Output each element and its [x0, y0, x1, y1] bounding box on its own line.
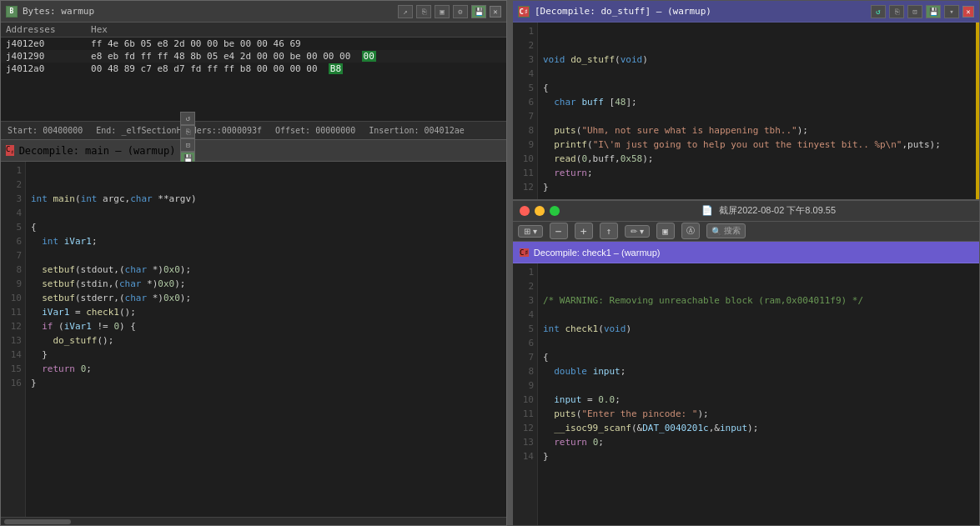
status-end: End: _elfSectionHeaders::0000093f — [96, 126, 262, 135]
macos-toolbar-row: ⊞ ▾ − + ↑ ✏ ▾ ▣ Ⓐ 🔍 搜索 — [513, 222, 979, 241]
code-line-5: int iVar1; — [31, 236, 98, 247]
line-numbers-dostuff: 1 2 3 4 5 6 7 8 9 10 11 12 — [513, 23, 538, 199]
decompile-check1-title-bar: C♯ Decompile: check1 – (warmup) — [513, 242, 979, 263]
bytes-panel: Addresses Hex j4012e0 ff 4e 6b 05 e8 2d … — [1, 23, 506, 139]
bytes-table: Addresses Hex j4012e0 ff 4e 6b 05 e8 2d … — [1, 23, 506, 75]
ds-line-10: return; — [543, 168, 593, 178]
code-line-10: iVar1 = check1(); — [31, 307, 136, 318]
bytes-title: Bytes: warmup — [23, 6, 393, 17]
decompile-copy-btn[interactable]: ⎘ — [180, 125, 195, 138]
zoom-out-btn[interactable]: − — [550, 223, 568, 239]
ds-line-5: char buff [48]; — [543, 97, 637, 108]
code-line-8: setbuf(stdin,(char *)0x0); — [31, 278, 185, 289]
macos-maximize-btn[interactable] — [550, 206, 560, 216]
save-btn[interactable]: ▣ — [656, 223, 675, 239]
decompile-main-title: Decompile: main – (warmup) — [19, 145, 176, 157]
c1-line-14 — [543, 465, 549, 476]
decompile-dostuff-toolbar: ↺ ⎘ ⊡ 💾 ▾ ✕ — [871, 5, 974, 18]
col-hex: Hex — [86, 23, 506, 38]
dostuff-arrow-btn[interactable]: ▾ — [944, 5, 959, 18]
code-line-15: } — [31, 378, 37, 388]
c1-line-12: return 0; — [543, 437, 604, 448]
c1-line-6: { — [543, 352, 549, 363]
ds-line-6 — [543, 111, 549, 122]
hex-cell: ff 4e 6b 05 e8 2d 00 00 be 00 00 46 69 — [86, 38, 506, 51]
dostuff-copy-btn[interactable]: ⎘ — [889, 5, 904, 18]
code-line-4: { — [31, 222, 37, 233]
addr-cell: j4012a0 — [1, 63, 86, 75]
decompile-dostuff-title-bar: C♯ [Decompile: do_stuff] – (warmup) ↺ ⎘ … — [513, 1, 979, 23]
status-insertion: Insertion: 004012ae — [369, 126, 464, 135]
bytes-toolbar: ↗ ⎘ ▣ ⚙ 💾 ✕ — [398, 5, 501, 18]
share-btn[interactable]: ↑ — [600, 223, 618, 239]
bytes-save-btn[interactable]: ▣ — [435, 5, 450, 18]
table-row[interactable]: j4012e0 ff 4e 6b 05 e8 2d 00 00 be 00 00… — [1, 38, 506, 51]
ds-line-4: { — [543, 83, 549, 93]
view-mode-btn[interactable]: ⊞ ▾ — [518, 225, 543, 238]
code-line-3 — [31, 208, 37, 218]
highlight-bar — [976, 23, 979, 199]
code-line-1 — [31, 179, 37, 190]
decompile-check1-title: Decompile: check1 – (warmup) — [534, 248, 661, 258]
decompile-check1-panel: C♯ Decompile: check1 – (warmup) 1 2 3 4 … — [512, 242, 980, 526]
c1-line-9: input = 0.0; — [543, 394, 621, 405]
ds-line-8: printf("I\'m just going to help you out … — [543, 139, 941, 150]
decompile-dostuff-icon: C♯ — [518, 6, 530, 18]
dostuff-save-btn[interactable]: 💾 — [926, 5, 941, 18]
c1-line-2: /* WARNING: Removing unreachable block (… — [543, 295, 863, 306]
code-line-9: setbuf(stderr,(char *)0x0); — [31, 293, 191, 303]
line-numbers-main: 1 2 3 4 5 6 7 8 9 10 11 12 13 14 15 16 — [1, 162, 26, 517]
dostuff-screen-btn[interactable]: ⊡ — [907, 5, 922, 18]
code-line-6 — [31, 250, 37, 261]
table-row[interactable]: j4012a0 00 48 89 c7 e8 d7 fd ff ff b8 00… — [1, 63, 506, 75]
c1-line-8 — [543, 380, 549, 391]
decompile-dostuff-code[interactable]: void do_stuff(void) { char buff [48]; pu… — [538, 23, 976, 199]
bytes-export-btn[interactable]: ↗ — [398, 5, 413, 18]
decompile-main-panel: C♯ Decompile: main – (warmup) ↺ ⎘ ⊡ 💾 ▾ … — [1, 139, 506, 517]
code-line-14: return 0; — [31, 363, 92, 374]
macos-minimize-btn[interactable] — [535, 206, 545, 216]
hex-cell: e8 eb fd ff ff 48 8b 05 e4 2d 00 00 be 0… — [86, 50, 506, 63]
c1-line-1 — [543, 281, 549, 292]
c1-line-7: double input; — [543, 366, 626, 377]
left-panel: B Bytes: warmup ↗ ⎘ ▣ ⚙ 💾 ✕ Addresses He… — [0, 0, 507, 526]
table-row[interactable]: j401290 e8 eb fd ff ff 48 8b 05 e4 2d 00… — [1, 50, 506, 63]
bytes-copy-btn[interactable]: ⎘ — [416, 5, 431, 18]
code-line-7: setbuf(stdout,(char *)0x0); — [31, 264, 191, 275]
dostuff-close-btn[interactable]: ✕ — [962, 6, 974, 18]
decompile-refresh-btn[interactable]: ↺ — [180, 112, 195, 125]
ds-line-3 — [543, 68, 549, 79]
c1-line-10: puts("Enter the pincode: "); — [543, 408, 709, 419]
bytes-floppy-btn[interactable]: 💾 — [471, 5, 486, 18]
decompile-dostuff-code-area: 1 2 3 4 5 6 7 8 9 10 11 12 void do_stuff… — [513, 23, 979, 199]
bytes-close-btn[interactable]: ✕ — [490, 6, 501, 18]
status-start: Start: 00400000 — [8, 126, 83, 135]
decompile-check1-code[interactable]: /* WARNING: Removing unreachable block (… — [538, 263, 979, 525]
bytes-icon: B — [6, 6, 18, 18]
decompile-dostuff-title: [Decompile: do_stuff] – (warmup) — [535, 6, 866, 17]
zoom-in-btn[interactable]: + — [575, 223, 593, 239]
c1-line-3 — [543, 309, 549, 320]
ds-line-9: read(0,buff,0x58); — [543, 153, 654, 164]
code-line-13: } — [31, 349, 48, 360]
circle-a-btn[interactable]: Ⓐ — [681, 223, 700, 239]
macos-close-btn[interactable] — [520, 206, 530, 216]
decompile-main-icon: C♯ — [6, 145, 14, 156]
decompile-main-title-bar: C♯ Decompile: main – (warmup) ↺ ⎘ ⊡ 💾 ▾ … — [1, 140, 506, 162]
decompile-main-code[interactable]: int main(int argc,char **argv) { int iVa… — [26, 162, 506, 517]
search-bar[interactable]: 🔍 搜索 — [706, 223, 746, 238]
search-label: 搜索 — [724, 225, 741, 237]
file-icon: 📄 — [701, 205, 713, 215]
ds-line-1 — [543, 40, 549, 51]
scrollbar-thumb-h — [4, 519, 71, 524]
edit-btn[interactable]: ✏ ▾ — [625, 225, 650, 238]
macos-titlebar: 📄 截屏2022-08-02 下午8.09.55 — [513, 201, 979, 222]
ds-line-12 — [543, 196, 549, 199]
decompile-screen-btn[interactable]: ⊡ — [180, 138, 195, 152]
bytes-gear-btn[interactable]: ⚙ — [453, 5, 468, 18]
c1-line-13: } — [543, 451, 549, 462]
main-h-scrollbar[interactable] — [1, 517, 506, 525]
code-line-12: do_stuff(); — [31, 335, 113, 346]
dostuff-refresh-btn[interactable]: ↺ — [871, 5, 886, 18]
decompile-check1-icon: C♯ — [520, 248, 529, 257]
